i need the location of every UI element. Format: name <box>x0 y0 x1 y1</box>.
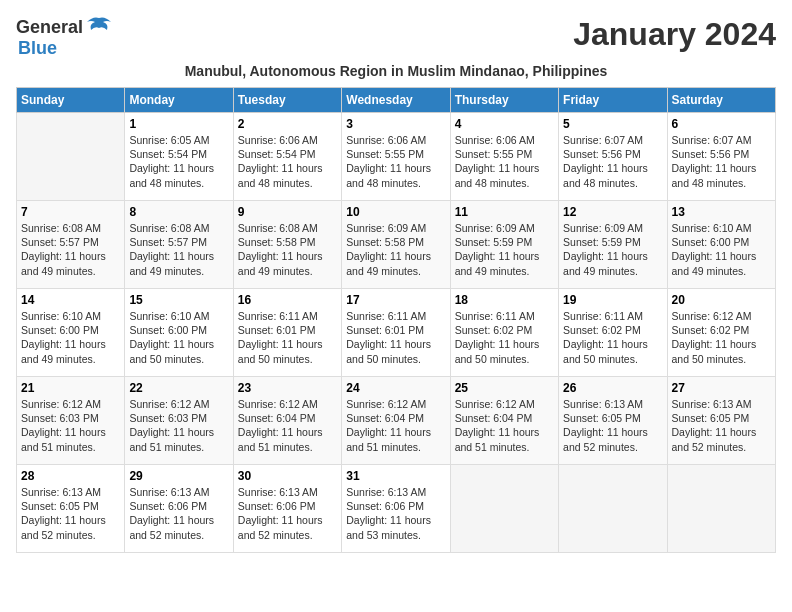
calendar-cell: 7Sunrise: 6:08 AMSunset: 5:57 PMDaylight… <box>17 201 125 289</box>
calendar-header-monday: Monday <box>125 88 233 113</box>
calendar-cell: 12Sunrise: 6:09 AMSunset: 5:59 PMDayligh… <box>559 201 667 289</box>
day-info: Sunrise: 6:06 AMSunset: 5:55 PMDaylight:… <box>346 133 445 190</box>
day-info: Sunrise: 6:08 AMSunset: 5:57 PMDaylight:… <box>129 221 228 278</box>
calendar-cell: 27Sunrise: 6:13 AMSunset: 6:05 PMDayligh… <box>667 377 775 465</box>
day-number: 27 <box>672 381 771 395</box>
day-info: Sunrise: 6:05 AMSunset: 5:54 PMDaylight:… <box>129 133 228 190</box>
day-info: Sunrise: 6:13 AMSunset: 6:06 PMDaylight:… <box>346 485 445 542</box>
calendar-cell: 2Sunrise: 6:06 AMSunset: 5:54 PMDaylight… <box>233 113 341 201</box>
day-info: Sunrise: 6:11 AMSunset: 6:02 PMDaylight:… <box>563 309 662 366</box>
day-number: 25 <box>455 381 554 395</box>
calendar-cell: 22Sunrise: 6:12 AMSunset: 6:03 PMDayligh… <box>125 377 233 465</box>
day-number: 14 <box>21 293 120 307</box>
calendar-cell: 28Sunrise: 6:13 AMSunset: 6:05 PMDayligh… <box>17 465 125 553</box>
calendar-cell: 18Sunrise: 6:11 AMSunset: 6:02 PMDayligh… <box>450 289 558 377</box>
day-number: 9 <box>238 205 337 219</box>
day-number: 1 <box>129 117 228 131</box>
day-info: Sunrise: 6:09 AMSunset: 5:58 PMDaylight:… <box>346 221 445 278</box>
logo-blue: Blue <box>18 38 57 59</box>
logo-bird-icon <box>85 16 113 38</box>
day-number: 7 <box>21 205 120 219</box>
day-number: 11 <box>455 205 554 219</box>
header: General Blue January 2024 <box>16 16 776 59</box>
day-info: Sunrise: 6:13 AMSunset: 6:06 PMDaylight:… <box>129 485 228 542</box>
day-info: Sunrise: 6:13 AMSunset: 6:05 PMDaylight:… <box>672 397 771 454</box>
day-info: Sunrise: 6:12 AMSunset: 6:03 PMDaylight:… <box>21 397 120 454</box>
day-number: 4 <box>455 117 554 131</box>
calendar-cell: 5Sunrise: 6:07 AMSunset: 5:56 PMDaylight… <box>559 113 667 201</box>
day-number: 19 <box>563 293 662 307</box>
day-number: 13 <box>672 205 771 219</box>
day-number: 10 <box>346 205 445 219</box>
calendar-cell: 25Sunrise: 6:12 AMSunset: 6:04 PMDayligh… <box>450 377 558 465</box>
day-info: Sunrise: 6:13 AMSunset: 6:06 PMDaylight:… <box>238 485 337 542</box>
day-number: 21 <box>21 381 120 395</box>
calendar-cell: 6Sunrise: 6:07 AMSunset: 5:56 PMDaylight… <box>667 113 775 201</box>
calendar-cell: 26Sunrise: 6:13 AMSunset: 6:05 PMDayligh… <box>559 377 667 465</box>
day-number: 15 <box>129 293 228 307</box>
calendar-cell <box>559 465 667 553</box>
day-info: Sunrise: 6:12 AMSunset: 6:04 PMDaylight:… <box>455 397 554 454</box>
day-info: Sunrise: 6:10 AMSunset: 6:00 PMDaylight:… <box>672 221 771 278</box>
day-info: Sunrise: 6:09 AMSunset: 5:59 PMDaylight:… <box>563 221 662 278</box>
calendar-cell: 20Sunrise: 6:12 AMSunset: 6:02 PMDayligh… <box>667 289 775 377</box>
calendar-cell: 13Sunrise: 6:10 AMSunset: 6:00 PMDayligh… <box>667 201 775 289</box>
calendar-header-tuesday: Tuesday <box>233 88 341 113</box>
day-number: 18 <box>455 293 554 307</box>
calendar-header-sunday: Sunday <box>17 88 125 113</box>
day-info: Sunrise: 6:11 AMSunset: 6:01 PMDaylight:… <box>238 309 337 366</box>
day-info: Sunrise: 6:06 AMSunset: 5:55 PMDaylight:… <box>455 133 554 190</box>
day-number: 22 <box>129 381 228 395</box>
day-number: 3 <box>346 117 445 131</box>
calendar-cell: 30Sunrise: 6:13 AMSunset: 6:06 PMDayligh… <box>233 465 341 553</box>
calendar-cell: 29Sunrise: 6:13 AMSunset: 6:06 PMDayligh… <box>125 465 233 553</box>
calendar-cell: 23Sunrise: 6:12 AMSunset: 6:04 PMDayligh… <box>233 377 341 465</box>
logo-general: General <box>16 17 83 38</box>
calendar-cell <box>667 465 775 553</box>
day-number: 6 <box>672 117 771 131</box>
calendar-cell: 8Sunrise: 6:08 AMSunset: 5:57 PMDaylight… <box>125 201 233 289</box>
day-info: Sunrise: 6:07 AMSunset: 5:56 PMDaylight:… <box>672 133 771 190</box>
day-info: Sunrise: 6:12 AMSunset: 6:04 PMDaylight:… <box>346 397 445 454</box>
day-number: 23 <box>238 381 337 395</box>
day-number: 26 <box>563 381 662 395</box>
day-info: Sunrise: 6:13 AMSunset: 6:05 PMDaylight:… <box>563 397 662 454</box>
day-number: 24 <box>346 381 445 395</box>
month-title: January 2024 <box>573 16 776 53</box>
calendar-header-wednesday: Wednesday <box>342 88 450 113</box>
day-info: Sunrise: 6:08 AMSunset: 5:57 PMDaylight:… <box>21 221 120 278</box>
day-number: 16 <box>238 293 337 307</box>
day-number: 29 <box>129 469 228 483</box>
calendar-cell: 4Sunrise: 6:06 AMSunset: 5:55 PMDaylight… <box>450 113 558 201</box>
calendar-cell: 19Sunrise: 6:11 AMSunset: 6:02 PMDayligh… <box>559 289 667 377</box>
calendar-header-friday: Friday <box>559 88 667 113</box>
calendar-cell: 17Sunrise: 6:11 AMSunset: 6:01 PMDayligh… <box>342 289 450 377</box>
day-info: Sunrise: 6:12 AMSunset: 6:03 PMDaylight:… <box>129 397 228 454</box>
calendar-cell: 31Sunrise: 6:13 AMSunset: 6:06 PMDayligh… <box>342 465 450 553</box>
calendar-cell: 10Sunrise: 6:09 AMSunset: 5:58 PMDayligh… <box>342 201 450 289</box>
calendar-cell: 3Sunrise: 6:06 AMSunset: 5:55 PMDaylight… <box>342 113 450 201</box>
day-number: 31 <box>346 469 445 483</box>
day-info: Sunrise: 6:13 AMSunset: 6:05 PMDaylight:… <box>21 485 120 542</box>
calendar-cell: 24Sunrise: 6:12 AMSunset: 6:04 PMDayligh… <box>342 377 450 465</box>
day-info: Sunrise: 6:12 AMSunset: 6:02 PMDaylight:… <box>672 309 771 366</box>
day-number: 17 <box>346 293 445 307</box>
calendar-cell: 15Sunrise: 6:10 AMSunset: 6:00 PMDayligh… <box>125 289 233 377</box>
day-info: Sunrise: 6:12 AMSunset: 6:04 PMDaylight:… <box>238 397 337 454</box>
day-info: Sunrise: 6:08 AMSunset: 5:58 PMDaylight:… <box>238 221 337 278</box>
day-info: Sunrise: 6:10 AMSunset: 6:00 PMDaylight:… <box>21 309 120 366</box>
calendar-cell: 21Sunrise: 6:12 AMSunset: 6:03 PMDayligh… <box>17 377 125 465</box>
calendar-cell: 14Sunrise: 6:10 AMSunset: 6:00 PMDayligh… <box>17 289 125 377</box>
day-number: 2 <box>238 117 337 131</box>
day-info: Sunrise: 6:07 AMSunset: 5:56 PMDaylight:… <box>563 133 662 190</box>
day-number: 5 <box>563 117 662 131</box>
calendar-cell: 1Sunrise: 6:05 AMSunset: 5:54 PMDaylight… <box>125 113 233 201</box>
calendar-header-thursday: Thursday <box>450 88 558 113</box>
calendar-cell: 16Sunrise: 6:11 AMSunset: 6:01 PMDayligh… <box>233 289 341 377</box>
calendar-table: SundayMondayTuesdayWednesdayThursdayFrid… <box>16 87 776 553</box>
day-info: Sunrise: 6:06 AMSunset: 5:54 PMDaylight:… <box>238 133 337 190</box>
calendar-cell: 9Sunrise: 6:08 AMSunset: 5:58 PMDaylight… <box>233 201 341 289</box>
day-number: 8 <box>129 205 228 219</box>
day-info: Sunrise: 6:11 AMSunset: 6:02 PMDaylight:… <box>455 309 554 366</box>
calendar-cell: 11Sunrise: 6:09 AMSunset: 5:59 PMDayligh… <box>450 201 558 289</box>
